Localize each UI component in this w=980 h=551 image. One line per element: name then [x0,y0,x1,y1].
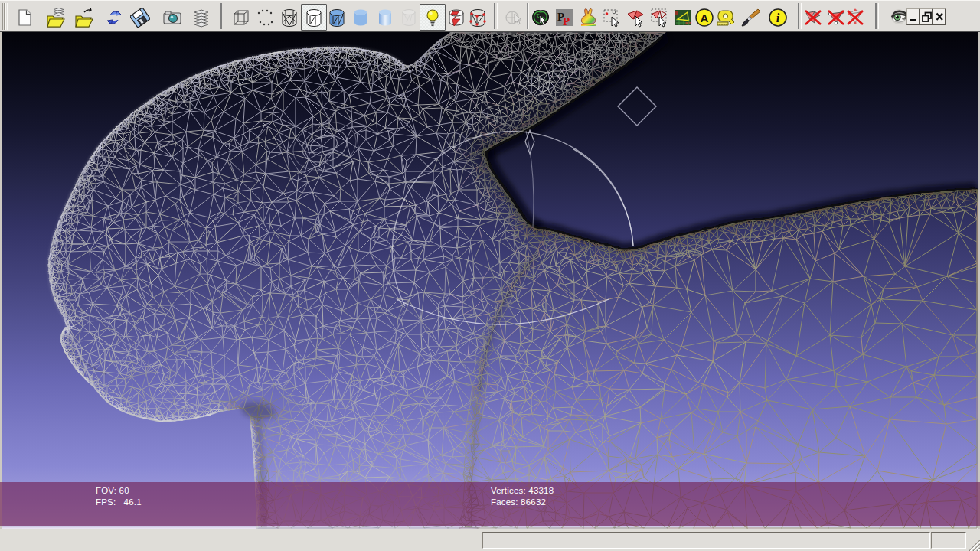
open-project-button[interactable] [43,4,69,31]
status-cell [931,532,966,549]
new-document-button[interactable] [11,4,38,31]
select-face-button[interactable] [623,4,649,31]
info-button[interactable]: i [765,4,791,31]
meshlab-window: PP a tri A i [0,0,980,551]
light-icon [423,8,443,28]
wireframe-button[interactable] [276,4,302,31]
flat-button[interactable] [348,4,374,31]
toolbar-separator [494,3,498,29]
snapshot-icon [162,8,182,28]
3d-viewport[interactable] [0,32,980,529]
reload-button[interactable] [101,4,127,31]
points-icon [255,8,275,28]
measure-button[interactable] [713,4,739,31]
measure-icon [716,8,736,28]
light-button[interactable] [420,4,446,31]
hud-faces: Faces: 86632 [491,497,546,508]
texture-icon [399,8,419,28]
annotate-icon: A [694,8,714,28]
restore-button[interactable] [920,8,933,25]
bbox-button[interactable] [228,4,254,31]
selected-vert-render-button[interactable] [465,4,491,31]
minimize-button[interactable] [906,8,920,25]
save-button[interactable] [127,4,153,31]
hud-vertices: Vertices: 43318 [491,485,554,497]
select-face-rect-button[interactable] [647,4,673,31]
info-icon: i [768,8,788,28]
manipulator-button [501,4,527,31]
pp-icon: PP [554,8,574,28]
new-document-icon [15,8,34,28]
flat-lines-icon [327,8,347,28]
texture-button [396,4,422,31]
smooth-icon [375,8,395,28]
select-vert-icon [602,8,622,28]
toolbar-separator [875,3,879,29]
select-face-rect-icon [650,8,670,28]
pp-button[interactable]: PP [551,4,577,31]
status-bar [0,529,980,551]
delete-face-button[interactable] [800,4,826,31]
delete-vert-icon [845,8,865,28]
select-vert-button[interactable] [599,4,625,31]
svg-text:A: A [701,11,709,24]
bbox-icon [231,8,251,28]
wireframe-icon [279,8,299,28]
hud-overlay-bar [0,482,980,526]
viewport-left-border [0,32,2,529]
select-connected-button[interactable] [528,4,554,31]
selected-vert-render-icon [468,8,488,28]
layers-button[interactable] [188,4,214,31]
save-icon [130,8,150,28]
svg-text:i: i [776,11,780,24]
select-connected-icon [531,8,550,28]
progress-bar [482,532,930,549]
toolbar-drag-handle[interactable] [2,3,8,30]
delete-face-icon [803,8,823,28]
hud-fps: FPS: 46.1 [96,497,142,508]
paint-button[interactable] [738,4,764,31]
svg-text:P: P [563,15,570,28]
points-button[interactable] [252,4,278,31]
hidden-lines-button[interactable] [301,4,327,31]
paint-icon [741,8,761,28]
rainbow-bunny-icon [579,8,599,28]
rainbow-bunny-button[interactable] [576,4,602,31]
backface-icon [446,8,466,28]
layers-icon [191,8,211,28]
hidden-lines-icon [304,8,324,28]
manipulator-icon [504,8,524,28]
close-button[interactable] [933,8,946,25]
import-mesh-button[interactable] [71,4,97,31]
smooth-button[interactable] [372,4,398,31]
resize-grip[interactable] [966,537,980,551]
import-mesh-icon [74,8,94,28]
tex-param-icon: a tri [673,8,693,28]
reload-icon [104,8,124,28]
flat-icon [351,8,371,28]
snapshot-button[interactable] [159,4,185,31]
open-project-icon [46,8,66,28]
main-toolbar: PP a tri A i [0,0,980,31]
flat-lines-button[interactable] [324,4,350,31]
toolbar-separator [220,3,224,29]
delete-vert-button[interactable] [842,4,868,31]
select-face-icon [626,8,646,28]
mesh-canvas [0,32,980,529]
hud-fov: FOV: 60 [96,485,129,497]
